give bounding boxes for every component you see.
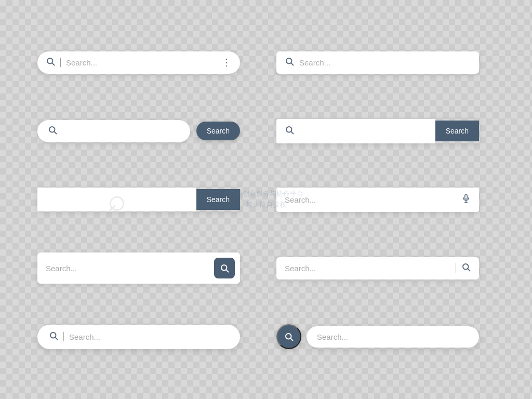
search-placeholder: Search... <box>69 332 100 341</box>
search-placeholder: Search... <box>285 264 450 273</box>
search-icon <box>49 331 58 343</box>
search-bar-mic[interactable]: Search... <box>276 188 479 212</box>
svg-line-5 <box>54 131 56 134</box>
search-icon <box>48 125 57 137</box>
search-placeholder: Search... <box>46 264 209 273</box>
search-icon <box>46 57 55 69</box>
search-widget-5: ⌕ Search <box>27 182 266 217</box>
search-placeholder: Search... <box>66 58 218 67</box>
svg-rect-8 <box>465 194 468 199</box>
search-button[interactable]: Search <box>435 121 479 141</box>
search-circle-button[interactable] <box>276 324 301 349</box>
svg-line-12 <box>226 270 228 272</box>
search-bar-pill-large[interactable]: Search... <box>37 325 240 349</box>
search-widget-10: Search... <box>266 319 505 354</box>
search-bar-external-icon: Search... <box>276 324 479 349</box>
search-bar-simple[interactable]: Search... <box>276 51 479 74</box>
pill-input[interactable] <box>37 120 190 142</box>
svg-line-16 <box>55 337 57 339</box>
search-widget-4: Search <box>266 114 505 149</box>
rect-input[interactable] <box>276 119 435 143</box>
search-widget-8: Search... <box>266 252 505 285</box>
microphone-icon[interactable] <box>461 194 471 206</box>
svg-line-1 <box>52 63 54 65</box>
search-bar-rect-btn: Search <box>276 119 479 143</box>
pill-bar[interactable]: Search... <box>307 326 479 348</box>
search-widget-3: Search <box>27 115 266 148</box>
divider <box>60 58 61 67</box>
search-icon <box>285 57 294 69</box>
svg-line-7 <box>291 131 293 134</box>
background-search-icon: ⌕ <box>108 188 126 211</box>
svg-line-18 <box>290 338 292 340</box>
svg-line-14 <box>468 269 470 271</box>
search-widget-9: Search... <box>27 320 266 354</box>
svg-line-3 <box>291 63 293 65</box>
search-placeholder: Search... <box>285 195 456 204</box>
search-widget-7: Search... <box>27 247 266 289</box>
search-bar-rounded-dots[interactable]: Search... ⋮ <box>37 51 240 74</box>
search-placeholder: Search... <box>299 58 330 67</box>
search-bar-pill-btn: Search <box>37 120 240 142</box>
search-icon[interactable] <box>461 262 471 274</box>
vertical-divider <box>456 263 456 273</box>
search-placeholder: Search... <box>317 332 348 341</box>
search-bar-btn-inside[interactable]: Search... <box>37 252 240 284</box>
search-icon-button[interactable] <box>214 258 235 278</box>
search-bar-divider-icon[interactable]: Search... <box>276 257 479 280</box>
search-button[interactable]: Search <box>196 122 240 140</box>
search-widget-6: Search... <box>266 182 505 217</box>
bg-input[interactable]: ⌕ <box>37 188 196 211</box>
search-widget-2: Search... <box>266 46 505 79</box>
search-widget-1: Search... ⋮ <box>27 46 266 79</box>
divider <box>63 332 64 341</box>
main-container: Search... ⋮ Search... Search <box>17 12 515 387</box>
search-button[interactable]: Search <box>196 189 240 210</box>
search-icon <box>285 125 294 137</box>
more-options-icon[interactable]: ⋮ <box>222 57 232 68</box>
search-bar-bg-icon: ⌕ Search <box>37 188 240 211</box>
